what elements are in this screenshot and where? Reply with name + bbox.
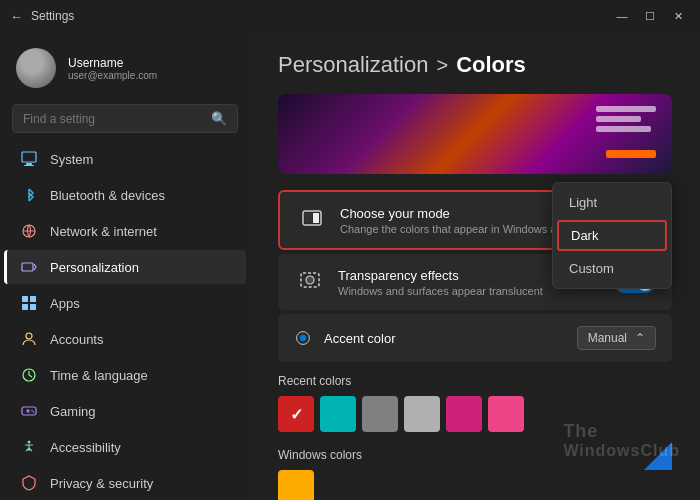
color-swatch-4[interactable]	[446, 396, 482, 432]
search-icon: 🔍	[211, 111, 227, 126]
user-info: Username user@example.com	[68, 56, 157, 81]
sidebar-item-network-label: Network & internet	[50, 224, 157, 239]
mode-option-light[interactable]: Light	[553, 187, 671, 218]
sidebar: Username user@example.com 🔍 System Bluet…	[0, 32, 250, 500]
search-input[interactable]	[23, 112, 203, 126]
sidebar-item-time-label: Time & language	[50, 368, 148, 383]
preview-lines	[596, 106, 656, 132]
back-icon[interactable]: ←	[10, 9, 23, 24]
personalization-icon	[20, 258, 38, 276]
sidebar-item-system[interactable]: System	[4, 142, 246, 176]
recent-colors-swatches: ✓	[278, 396, 672, 432]
svg-point-12	[31, 410, 33, 412]
sidebar-item-network[interactable]: Network & internet	[4, 214, 246, 248]
sidebar-item-personalization-label: Personalization	[50, 260, 139, 275]
content-header: Personalization > Colors	[250, 32, 700, 94]
avatar	[16, 48, 56, 88]
app-body: Username user@example.com 🔍 System Bluet…	[0, 32, 700, 500]
sidebar-item-gaming-label: Gaming	[50, 404, 96, 419]
sidebar-item-accounts-label: Accounts	[50, 332, 103, 347]
color-swatch-5[interactable]	[488, 396, 524, 432]
mode-icon	[296, 204, 328, 236]
accent-icon	[294, 329, 312, 347]
preview-line-2	[596, 116, 641, 122]
user-email: user@example.com	[68, 70, 157, 81]
svg-point-20	[306, 276, 314, 284]
svg-point-14	[28, 441, 31, 444]
svg-rect-6	[30, 296, 36, 302]
windows-colors-section: Windows colors	[250, 440, 700, 500]
sidebar-header: Username user@example.com	[0, 32, 250, 96]
accent-dropdown-chevron: ⌃	[635, 331, 645, 345]
sidebar-item-bluetooth[interactable]: Bluetooth & devices	[4, 178, 246, 212]
svg-rect-0	[22, 152, 36, 162]
sidebar-item-privacy[interactable]: Privacy & security	[4, 466, 246, 500]
sidebar-item-system-label: System	[50, 152, 93, 167]
mode-dropdown-container: Choose your mode Change the colors that …	[278, 190, 672, 250]
svg-rect-5	[22, 296, 28, 302]
svg-rect-17	[305, 213, 312, 223]
breadcrumb-separator: >	[436, 54, 448, 77]
svg-rect-18	[313, 213, 319, 223]
color-swatch-3[interactable]	[404, 396, 440, 432]
breadcrumb-parent: Personalization	[278, 52, 428, 78]
titlebar-title: Settings	[31, 9, 74, 23]
transparency-icon	[294, 266, 326, 298]
system-icon	[20, 150, 38, 168]
search-box[interactable]: 🔍	[12, 104, 238, 133]
sidebar-item-gaming[interactable]: Gaming	[4, 394, 246, 428]
mode-option-custom[interactable]: Custom	[553, 253, 671, 284]
svg-rect-7	[22, 304, 28, 310]
avatar-image	[16, 48, 56, 88]
windows-colors-swatches	[278, 470, 672, 500]
main-content: Personalization > Colors	[250, 32, 700, 500]
bluetooth-icon	[20, 186, 38, 204]
mode-option-dark[interactable]: Dark	[557, 220, 667, 251]
sidebar-item-apps[interactable]: Apps	[4, 286, 246, 320]
apps-icon	[20, 294, 38, 312]
sidebar-item-accounts[interactable]: Accounts	[4, 322, 246, 356]
titlebar: ← Settings — ☐ ✕	[0, 0, 700, 32]
sidebar-item-bluetooth-label: Bluetooth & devices	[50, 188, 165, 203]
sidebar-item-accessibility[interactable]: Accessibility	[4, 430, 246, 464]
recent-colors-section: Recent colors ✓	[250, 366, 700, 440]
sidebar-item-time[interactable]: Time & language	[4, 358, 246, 392]
mode-dropdown-popup: Light Dark Custom	[552, 182, 672, 289]
maximize-button[interactable]: ☐	[638, 6, 662, 26]
accounts-icon	[20, 330, 38, 348]
accent-color-row[interactable]: Accent color Manual ⌃	[278, 314, 672, 362]
accent-color-title: Accent color	[324, 331, 577, 346]
recent-colors-title: Recent colors	[278, 374, 672, 388]
breadcrumb-current: Colors	[456, 52, 526, 78]
close-button[interactable]: ✕	[666, 6, 690, 26]
preview-line-3	[596, 126, 651, 132]
sidebar-item-accessibility-label: Accessibility	[50, 440, 121, 455]
preview-accent-bar	[606, 150, 656, 158]
svg-point-22	[300, 335, 306, 341]
sidebar-item-apps-label: Apps	[50, 296, 80, 311]
color-swatch-1[interactable]	[320, 396, 356, 432]
sidebar-item-personalization[interactable]: Personalization	[4, 250, 246, 284]
accent-dropdown[interactable]: Manual ⌃	[577, 326, 656, 350]
titlebar-left: ← Settings	[10, 9, 74, 24]
network-icon	[20, 222, 38, 240]
color-swatch-2[interactable]	[362, 396, 398, 432]
swatch-check-0: ✓	[290, 405, 303, 424]
accent-dropdown-label: Manual	[588, 331, 627, 345]
minimize-button[interactable]: —	[610, 6, 634, 26]
svg-point-9	[26, 333, 32, 339]
breadcrumb: Personalization > Colors	[278, 52, 672, 78]
windows-colors-title: Windows colors	[278, 448, 672, 462]
gaming-icon	[20, 402, 38, 420]
preview-banner	[278, 94, 672, 174]
privacy-icon	[20, 474, 38, 492]
color-swatch-0[interactable]: ✓	[278, 396, 314, 432]
svg-rect-2	[24, 165, 34, 166]
windows-color-swatch-0[interactable]	[278, 470, 314, 500]
time-icon	[20, 366, 38, 384]
titlebar-controls: — ☐ ✕	[610, 6, 690, 26]
svg-rect-1	[26, 163, 32, 165]
preview-line-1	[596, 106, 656, 112]
accessibility-icon	[20, 438, 38, 456]
sidebar-item-privacy-label: Privacy & security	[50, 476, 153, 491]
